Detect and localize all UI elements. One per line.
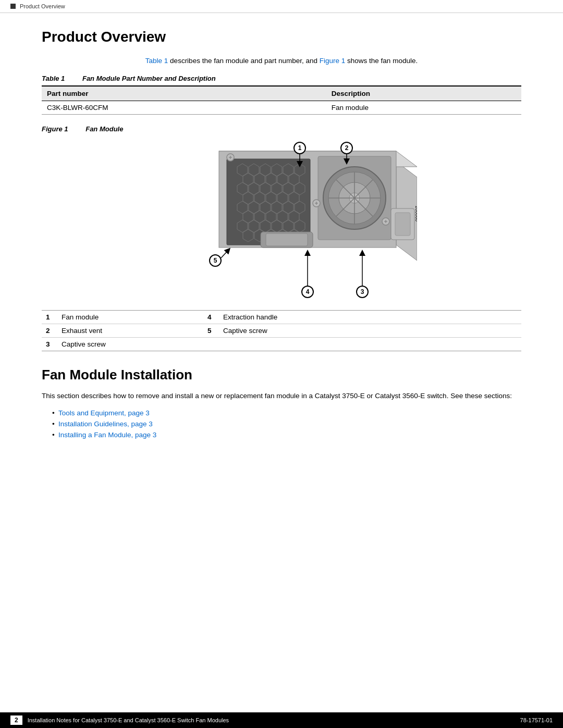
intro-paragraph: Table 1 describes the fan module and par… [42, 56, 521, 66]
table-number: Table 1 [42, 75, 65, 82]
svg-text:3: 3 [361, 288, 364, 295]
list-item-3: Installing a Fan Module, page 3 [52, 431, 521, 439]
cell-description: Fan module [326, 101, 521, 115]
part-empty-1 [203, 338, 219, 351]
col-part-number: Part number [42, 86, 326, 101]
table-title: Fan Module Part Number and Description [82, 75, 216, 82]
svg-text:5: 5 [214, 257, 217, 264]
parts-table: Part number Description C3K-BLWR-60CFM F… [42, 85, 521, 115]
svg-rect-58 [266, 233, 308, 246]
top-bar-icon [10, 4, 16, 9]
bottom-bar: 2 Installation Notes for Catalyst 3750-E… [0, 712, 563, 728]
figure-title: Fan Module [85, 125, 123, 133]
fan-module-diagram: 1 2 3 4 5 200060 [146, 138, 417, 305]
svg-line-84 [221, 250, 228, 258]
list-item-1: Tools and Equipment, page 3 [52, 409, 521, 417]
breadcrumb: Product Overview [20, 3, 65, 9]
figure-number: Figure 1 [42, 125, 68, 133]
footer-right-text: 78-17571-01 [520, 717, 553, 723]
part-empty-2 [219, 338, 521, 351]
section2-title: Fan Module Installation [42, 367, 521, 383]
part-num-4: 4 [203, 311, 219, 324]
part-num-1: 1 [42, 311, 57, 324]
top-bar: Product Overview [0, 0, 563, 13]
bottom-bar-left: 2 Installation Notes for Catalyst 3750-E… [10, 715, 229, 725]
intro-end: shows the fan module. [345, 57, 418, 65]
svg-text:4: 4 [306, 288, 310, 295]
footer-left-text: Installation Notes for Catalyst 3750-E a… [28, 717, 229, 723]
page-title: Product Overview [42, 29, 521, 45]
part-desc-3: Captive screw [57, 338, 203, 351]
svg-text:200060: 200060 [414, 206, 417, 221]
part-desc-1: Fan module [57, 311, 203, 324]
table-header-row: Part number Description [42, 86, 521, 101]
part-num-5: 5 [203, 324, 219, 338]
col-description: Description [326, 86, 521, 101]
section2-body: This section describes how to remove and… [42, 390, 521, 402]
intro-mid: describes the fan module and part number… [168, 57, 319, 65]
section2-link-list: Tools and Equipment, page 3 Installation… [42, 409, 521, 439]
part-num-2: 2 [42, 324, 57, 338]
parts-list-row-1: 1 Fan module 4 Extraction handle [42, 311, 521, 324]
part-num-3: 3 [42, 338, 57, 351]
part-desc-5: Captive screw [219, 324, 521, 338]
svg-rect-60 [395, 213, 410, 236]
cell-part-number: C3K-BLWR-60CFM [42, 101, 326, 115]
link-guidelines[interactable]: Installation Guidelines, page 3 [58, 420, 153, 428]
page-number: 2 [10, 715, 22, 725]
table-caption: Table 1 Fan Module Part Number and Descr… [42, 75, 521, 82]
figure-caption: Figure 1 Fan Module [42, 125, 521, 133]
svg-text:1: 1 [298, 144, 302, 152]
parts-list-row-2: 2 Exhaust vent 5 Captive screw [42, 324, 521, 338]
diagram-container: 1 2 3 4 5 200060 [42, 138, 521, 305]
list-item-2: Installation Guidelines, page 3 [52, 420, 521, 428]
main-content: Product Overview Table 1 describes the f… [0, 13, 563, 486]
link-tools[interactable]: Tools and Equipment, page 3 [58, 409, 150, 417]
link-installing[interactable]: Installing a Fan Module, page 3 [58, 431, 156, 439]
part-desc-4: Extraction handle [219, 311, 521, 324]
parts-list-table: 1 Fan module 4 Extraction handle 2 Exhau… [42, 310, 521, 351]
parts-list-row-3: 3 Captive screw [42, 338, 521, 351]
svg-text:2: 2 [345, 144, 349, 152]
part-desc-2: Exhaust vent [57, 324, 203, 338]
table-row: C3K-BLWR-60CFM Fan module [42, 101, 521, 115]
table-link[interactable]: Table 1 [145, 57, 168, 65]
figure-link[interactable]: Figure 1 [320, 57, 346, 65]
